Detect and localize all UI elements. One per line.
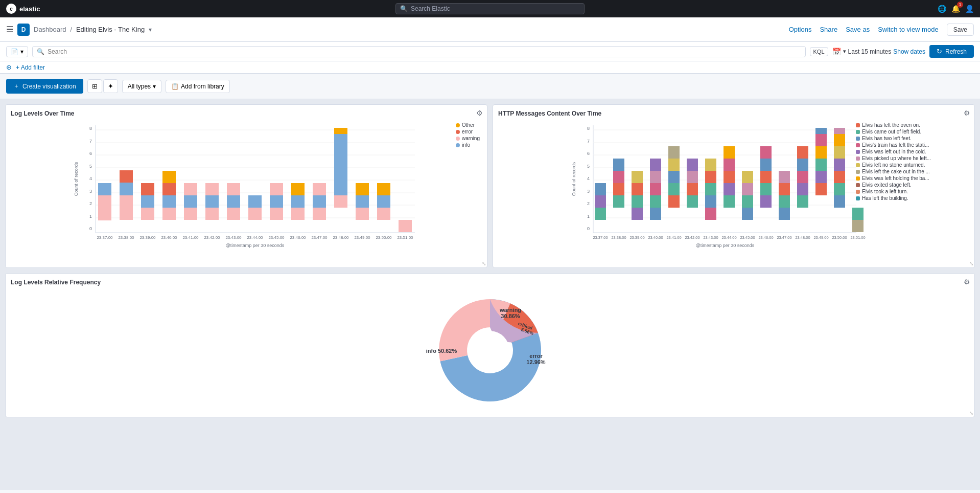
breadcrumb-bar: ☰ D Dashboard / Editing Elvis - The King… [0,17,980,42]
svg-point-183 [471,331,509,370]
calendar-chevron[interactable]: ▾ [843,48,846,55]
train-icon [856,143,860,147]
svg-text:23:41:00: 23:41:00 [666,235,681,240]
svg-rect-120 [687,183,698,195]
filter-bar2: ⊕ + Add filter [0,61,980,74]
legend-other-label: Other [462,122,475,128]
svg-rect-59 [377,195,390,208]
user-icon[interactable]: 👤 [965,5,974,13]
svg-rect-39 [227,183,240,195]
hamburger-menu[interactable]: ☰ [6,25,13,34]
panel1-resize-handle[interactable]: ⤡ [482,261,486,266]
create-visualization-button[interactable]: ＋ Create visualization [6,79,83,94]
legend-info-dot [456,143,460,147]
svg-text:23:38:00: 23:38:00 [118,235,134,240]
svg-rect-29 [162,183,176,195]
pie-chart-svg: info 50.62% warning 30.86% error 12.96% … [418,279,562,422]
panel3-resize-handle[interactable]: ⤡ [969,410,973,416]
breadcrumb-right: Options Share Save as Switch to view mod… [789,24,974,36]
svg-rect-149 [797,159,808,171]
svg-rect-122 [687,159,698,171]
svg-text:23:48:00: 23:48:00 [795,235,810,240]
svg-rect-102 [613,183,624,195]
refresh-icon: ↻ [937,48,942,55]
global-search-bar[interactable]: 🔍 Search Elastic [395,3,585,14]
svg-rect-139 [760,171,772,183]
svg-text:23:42:00: 23:42:00 [204,235,220,240]
breadcrumb-app[interactable]: Dashboard [34,26,66,33]
pie-chart-container: info 50.62% warning 30.86% error 12.96% … [11,289,969,412]
svg-rect-37 [227,208,240,220]
show-dates-link[interactable]: Show dates [893,48,925,55]
switch-view-mode-link[interactable]: Switch to view mode [878,26,939,33]
refresh-button[interactable]: ↻ Refresh [929,45,974,58]
panel2-gear-icon[interactable]: ⚙ [964,109,970,117]
feet-icon [856,137,860,141]
svg-rect-157 [834,195,845,208]
http-messages-chart: 0 1 2 3 4 5 6 7 8 [498,120,969,253]
svg-rect-61 [399,220,412,232]
http-legend: Elvis has left the oven on. Elvis came o… [856,122,968,202]
search-input[interactable] [48,48,801,55]
breadcrumb-chevron-icon[interactable]: ▾ [149,26,152,33]
kql-badge[interactable]: KQL [810,47,828,56]
bell-icon[interactable]: 🔔 [951,5,960,13]
svg-rect-57 [356,183,369,195]
svg-rect-133 [742,208,753,220]
svg-rect-115 [668,183,680,195]
log-levels-legend: Other error warning info [454,120,482,151]
save-button[interactable]: Save [947,24,974,36]
svg-rect-124 [705,195,716,208]
svg-rect-46 [291,195,305,208]
svg-rect-140 [760,159,772,171]
add-filter-link[interactable]: + Add filter [16,64,45,71]
svg-rect-58 [377,208,390,220]
calendar-icon[interactable]: 📅 [832,48,841,56]
share-link[interactable]: Share [820,26,837,33]
svg-rect-117 [668,159,680,171]
lasso-button[interactable]: ✦ [103,79,118,93]
svg-text:4: 4 [587,176,590,181]
svg-rect-153 [815,159,827,171]
add-from-library-button[interactable]: 📋 Add from library [166,80,230,93]
svg-rect-98 [595,208,606,220]
options-link[interactable]: Options [789,26,812,33]
legend-error-label: error [462,129,473,135]
building-icon [856,196,860,200]
app-icon: D [17,24,30,36]
svg-rect-114 [668,195,680,208]
svg-rect-131 [724,159,735,171]
cake-icon [856,170,860,174]
panel3-gear-icon[interactable]: ⚙ [964,278,970,286]
svg-text:1: 1 [587,214,590,219]
grid-view-button[interactable]: ⊞ [87,79,102,93]
svg-text:8: 8 [89,126,92,131]
svg-text:warning: warning [499,307,521,313]
svg-rect-154 [815,146,827,159]
svg-rect-33 [184,183,197,195]
cake-label: Elvis left the cake out in the ... [862,169,930,174]
svg-rect-53 [334,134,347,183]
panel1-gear-icon[interactable]: ⚙ [476,109,483,117]
svg-text:Count of records: Count of records [74,162,79,196]
svg-rect-21 [120,195,133,220]
svg-rect-135 [742,183,753,195]
search-type-button[interactable]: 📄 ▾ [6,46,28,57]
legend-other: Other [456,122,480,128]
globe-icon[interactable]: 🌐 [938,5,946,13]
panel2-resize-handle[interactable]: ⤡ [969,261,973,266]
add-library-label: Add from library [181,83,224,90]
svg-text:info 50.62%: info 50.62% [426,348,457,354]
svg-rect-112 [650,171,661,183]
svg-rect-36 [205,183,219,195]
svg-rect-150 [797,146,808,159]
view-toggle-group: ⊞ ✦ [87,79,118,93]
breadcrumb-separator: / [71,26,72,33]
log-levels-title: Log Levels Over Time [11,110,482,117]
all-types-button[interactable]: All types ▾ [122,80,161,93]
svg-text:Count of records: Count of records [571,162,576,196]
svg-rect-116 [668,171,680,183]
svg-text:23:46:00: 23:46:00 [758,235,773,240]
svg-text:23:40:00: 23:40:00 [648,235,663,240]
save-as-link[interactable]: Save as [846,26,870,33]
